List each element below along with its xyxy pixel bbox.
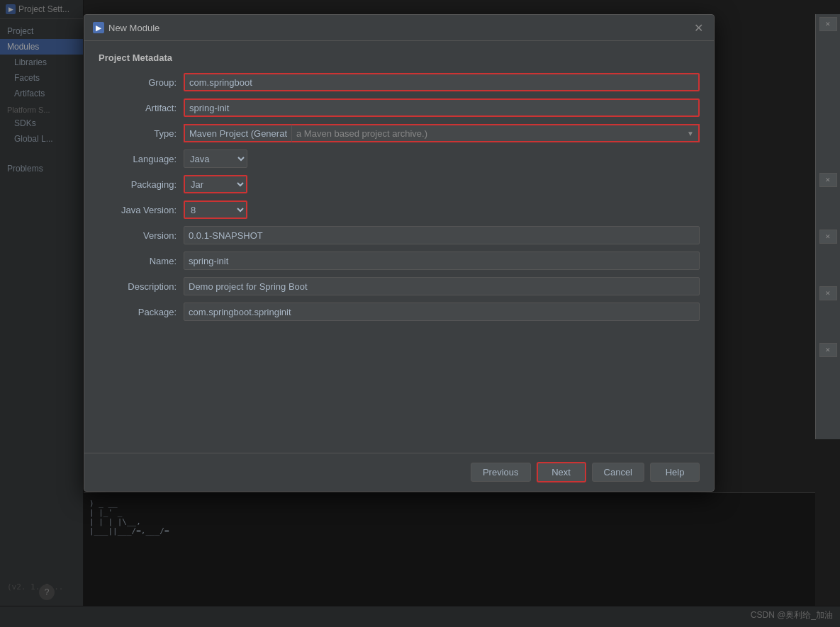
name-row: Name:: [99, 252, 700, 270]
right-panel-btn-4[interactable]: ✕: [819, 286, 837, 300]
new-module-dialog: ▶ New Module ✕ Project Metadata Group: A…: [84, 14, 715, 492]
dialog-titlebar: ▶ New Module ✕: [84, 15, 714, 41]
ide-right-panel: ✕ ✕ ✕ ✕ ✕: [815, 14, 840, 439]
name-input[interactable]: [184, 252, 700, 270]
version-label: Version:: [99, 230, 184, 241]
dialog-body: Project Metadata Group: Artifact: Type: …: [84, 41, 714, 453]
java-version-select[interactable]: 8 11 17: [184, 200, 247, 219]
group-row: Group:: [99, 73, 700, 91]
type-dropdown-arrow: ▼: [687, 130, 694, 137]
right-panel-btn-3[interactable]: ✕: [819, 230, 837, 244]
name-label: Name:: [99, 256, 184, 266]
description-input[interactable]: [184, 277, 700, 295]
type-container: Maven Project (Generat a Maven based pro…: [184, 124, 700, 142]
artifact-input[interactable]: [184, 98, 700, 117]
language-label: Language:: [99, 154, 184, 164]
language-select[interactable]: Java Kotlin Groovy: [184, 149, 247, 168]
type-left-value: Maven Project (Generat: [184, 124, 291, 142]
package-row: Package:: [99, 303, 700, 321]
java-version-label: Java Version:: [99, 205, 184, 215]
next-button[interactable]: Next: [537, 462, 586, 482]
dialog-close-button[interactable]: ✕: [691, 21, 705, 35]
dialog-title-text: New Module: [108, 23, 159, 33]
description-label: Description:: [99, 281, 184, 292]
previous-button[interactable]: Previous: [471, 463, 531, 482]
package-input[interactable]: [184, 303, 700, 321]
type-row: Type: Maven Project (Generat a Maven bas…: [99, 124, 700, 142]
version-input[interactable]: [184, 226, 700, 244]
type-right-text: a Maven based project archive.): [296, 128, 427, 139]
type-label: Type:: [99, 128, 184, 139]
type-right-area[interactable]: a Maven based project archive.) ▼: [291, 124, 700, 142]
packaging-select[interactable]: Jar War: [184, 175, 247, 193]
package-label: Package:: [99, 307, 184, 317]
java-version-row: Java Version: 8 11 17: [99, 200, 700, 219]
csdn-watermark: CSDN @奥利给_加油: [751, 609, 833, 621]
packaging-label: Packaging:: [99, 179, 184, 190]
dialog-footer: Previous Next Cancel Help: [84, 453, 714, 491]
cancel-button[interactable]: Cancel: [592, 463, 644, 482]
right-panel-btn-5[interactable]: ✕: [819, 343, 837, 357]
section-title: Project Metadata: [99, 52, 700, 63]
language-row: Language: Java Kotlin Groovy: [99, 149, 700, 168]
version-row: Version:: [99, 226, 700, 244]
description-row: Description:: [99, 277, 700, 295]
right-panel-btn-1[interactable]: ✕: [819, 17, 837, 31]
help-button[interactable]: Help: [650, 463, 700, 482]
group-label: Group:: [99, 77, 184, 88]
dialog-title-area: ▶ New Module: [93, 22, 159, 33]
artifact-label: Artifact:: [99, 103, 184, 113]
group-input[interactable]: [184, 73, 700, 91]
dialog-icon: ▶: [93, 22, 104, 33]
packaging-row: Packaging: Jar War: [99, 175, 700, 193]
right-panel-btn-2[interactable]: ✕: [819, 173, 837, 187]
artifact-row: Artifact:: [99, 98, 700, 117]
